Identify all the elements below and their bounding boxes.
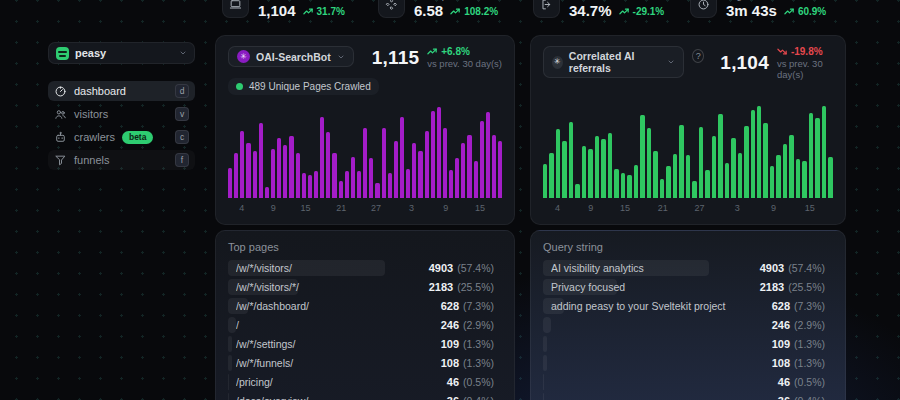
- table-row[interactable]: 108 (1.3%): [543, 355, 833, 371]
- chart-bar: [783, 144, 787, 198]
- help-icon[interactable]: ?: [692, 49, 704, 63]
- x-tick-label: 27: [695, 203, 705, 213]
- row-percent: (0.5%): [794, 376, 825, 388]
- x-tick-label: 21: [658, 203, 668, 213]
- workspace-name: peasy: [75, 47, 173, 59]
- table-row[interactable]: AI visibility analytics 4903 (57.4%): [543, 260, 833, 276]
- chart-bar: [259, 123, 263, 198]
- x-tick-label: 3: [735, 203, 740, 213]
- stat-trend: 108.2%: [450, 6, 498, 17]
- chart-bar: [228, 168, 232, 198]
- chart-bar: [455, 158, 459, 198]
- table-row[interactable]: 246 (2.9%): [543, 317, 833, 333]
- chart-bar: [549, 153, 553, 198]
- beta-badge: beta: [122, 131, 153, 144]
- row-progress-bar: [543, 317, 551, 333]
- green-dot-icon: [236, 83, 243, 90]
- x-tick-label: 15: [301, 203, 311, 213]
- x-tick-label: 9: [771, 203, 776, 213]
- row-percent: (0.4%): [794, 395, 825, 400]
- stat-value: 34.7%: [569, 2, 612, 19]
- chart-bar: [744, 126, 748, 198]
- sidebar-item-funnels[interactable]: funnels f: [48, 150, 195, 170]
- referrals-selector[interactable]: ✳ Correlated AI referrals: [543, 46, 684, 78]
- row-value: 36: [778, 395, 790, 400]
- shortcut-key: c: [175, 130, 189, 144]
- row-value: 46: [778, 376, 790, 388]
- users-icon: [54, 108, 67, 121]
- chart-bar: [406, 169, 410, 198]
- table-row[interactable]: Privacy focused 2183 (25.5%): [543, 279, 833, 295]
- x-tick-label: 3: [409, 203, 414, 213]
- table-row[interactable]: /w/*/visitors/*/ 2183 (25.5%): [228, 279, 502, 295]
- stat-value: 6.58: [414, 2, 443, 19]
- chart-bar: [757, 106, 761, 198]
- chart-bar: [394, 141, 398, 198]
- table-row[interactable]: /w/*/funnels/ 108 (1.3%): [228, 355, 502, 371]
- row-percent: (57.4%): [788, 262, 825, 274]
- stat-trend: 31.7%: [303, 6, 345, 17]
- laptop-icon: [222, 0, 249, 18]
- chart-bar: [789, 135, 793, 198]
- row-percent: (57.4%): [457, 262, 494, 274]
- chart-bar: [400, 117, 404, 198]
- table-row[interactable]: adding peasy to your Sveltekit project 6…: [543, 298, 833, 314]
- openai-icon: ✳: [552, 56, 563, 69]
- table-row[interactable]: /w/*/settings/ 109 (1.3%): [228, 336, 502, 352]
- crawler-total-value: 1,115: [372, 47, 420, 69]
- table-row[interactable]: /pricing/ 46 (0.5%): [228, 374, 502, 390]
- row-value: 46: [447, 376, 459, 388]
- chart-bar: [679, 125, 683, 198]
- sidebar: peasy dashboard d visitors v crawlers be…: [48, 42, 195, 170]
- sidebar-item-crawlers[interactable]: crawlers beta c: [48, 127, 195, 147]
- table-row[interactable]: /docs/overview/ 36 (0.4%): [228, 393, 502, 400]
- chart-bar: [673, 154, 677, 198]
- trend-up-icon: [427, 47, 438, 56]
- chart-bar: [562, 141, 566, 198]
- table-title: Query string: [543, 241, 833, 253]
- row-value: 246: [772, 319, 790, 331]
- chart-bar: [647, 128, 651, 198]
- referrals-selector-label: Correlated AI referrals: [569, 50, 661, 74]
- row-progress-bar: [228, 317, 236, 333]
- sidebar-item-visitors[interactable]: visitors v: [48, 104, 195, 124]
- stat-card-avg-visit-duration: avg. visit duration 3m 43s 60.9%: [690, 0, 826, 19]
- row-progress-bar: [543, 355, 547, 371]
- row-percent: (1.3%): [794, 338, 825, 350]
- row-progress-bar: [228, 374, 229, 390]
- table-row[interactable]: 36 (0.4%): [543, 393, 833, 400]
- chart-bar: [375, 183, 379, 198]
- chart-bar: [601, 139, 605, 198]
- row-progress-bar: [228, 355, 232, 371]
- table-row[interactable]: /w/*/visitors/ 4903 (57.4%): [228, 260, 502, 276]
- shortcut-key: v: [175, 107, 189, 121]
- row-progress-bar: [543, 336, 547, 352]
- workspace-switcher[interactable]: peasy: [48, 42, 195, 64]
- x-tick-label: 15: [805, 203, 815, 213]
- x-tick-label: 21: [336, 203, 346, 213]
- chart-bar: [240, 131, 244, 198]
- table-row[interactable]: 109 (1.3%): [543, 336, 833, 352]
- table-row[interactable]: 46 (0.5%): [543, 374, 833, 390]
- row-percent: (25.5%): [788, 281, 825, 293]
- row-progress-bar: [543, 374, 544, 390]
- referrals-trend: -19.8%: [777, 46, 833, 57]
- referrals-chart-panel: ✳ Correlated AI referrals ? 1,104 -19.8%…: [530, 35, 846, 225]
- chart-bar: [412, 143, 416, 198]
- row-value: 36: [447, 395, 459, 400]
- trend-up-icon: [619, 7, 630, 16]
- chart-bar: [302, 173, 306, 198]
- table-row[interactable]: /w/*/dashboard/ 628 (7.3%): [228, 298, 502, 314]
- chart-bar: [425, 131, 429, 198]
- crawler-selector[interactable]: ✳ OAI-SearchBot: [228, 46, 354, 67]
- stat-card-views-per-visit: views per visit 6.58 108.2%: [378, 0, 498, 19]
- chart-bar: [738, 153, 742, 198]
- table-row[interactable]: / 246 (2.9%): [228, 317, 502, 333]
- crawler-chart-panel: ✳ OAI-SearchBot 1,115 +6.8% vs prev. 30 …: [215, 35, 515, 225]
- chart-bar: [705, 170, 709, 198]
- row-progress-bar: [228, 336, 232, 352]
- chart-bar: [357, 171, 361, 198]
- chart-bar: [569, 122, 573, 198]
- chart-bar: [731, 138, 735, 198]
- sidebar-item-dashboard[interactable]: dashboard d: [48, 81, 195, 101]
